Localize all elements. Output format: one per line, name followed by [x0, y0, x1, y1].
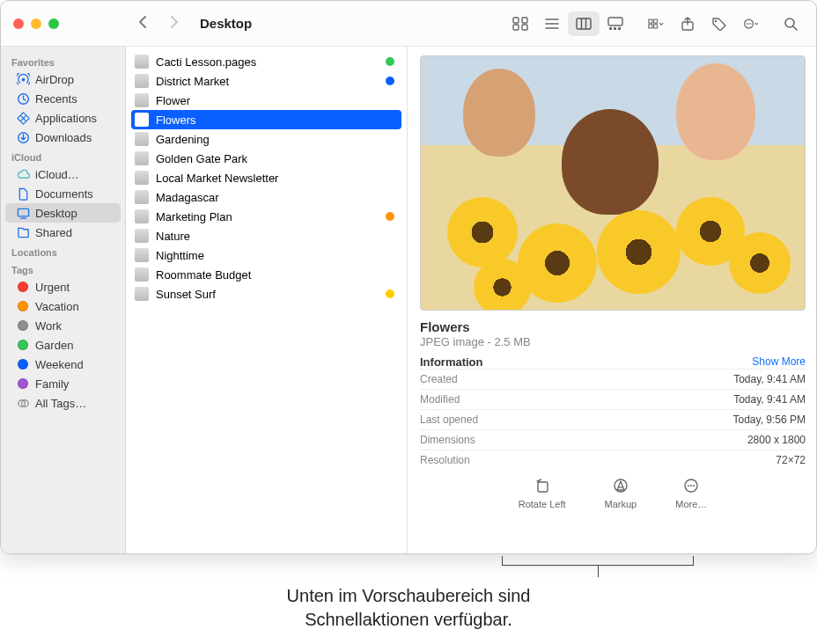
- file-row[interactable]: District Market: [131, 71, 401, 91]
- quick-action-label: Markup: [605, 499, 637, 509]
- svg-rect-23: [18, 209, 28, 216]
- sidebar-item[interactable]: Documents: [5, 184, 121, 203]
- info-value: 2800 x 1800: [747, 434, 806, 446]
- file-icon: [135, 93, 149, 107]
- svg-point-14: [715, 19, 717, 21]
- info-value: Today, 9:41 AM: [733, 393, 806, 406]
- sidebar-item-label: All Tags…: [35, 397, 86, 410]
- forward-button[interactable]: [166, 15, 180, 33]
- sidebar-item[interactable]: Family: [5, 374, 121, 393]
- minimize-button[interactable]: [31, 18, 41, 29]
- sidebar-item[interactable]: Weekend: [5, 355, 121, 374]
- info-row: ModifiedToday, 9:41 AM: [420, 389, 806, 409]
- tags-button[interactable]: [703, 11, 735, 36]
- sidebar-section-header: Favorites: [1, 52, 125, 70]
- file-row[interactable]: Cacti Lesson.pages: [131, 52, 401, 71]
- quick-action-rotate[interactable]: Rotate Left: [519, 477, 566, 509]
- sidebar-item[interactable]: Downloads: [5, 128, 121, 147]
- sidebar-item[interactable]: All Tags…: [5, 393, 121, 413]
- share-button[interactable]: [672, 11, 703, 36]
- shared-icon: [16, 225, 30, 239]
- file-row[interactable]: Flowers: [131, 110, 401, 129]
- file-row[interactable]: Roommate Budget: [131, 265, 401, 284]
- file-row[interactable]: Nature: [131, 226, 401, 245]
- file-row[interactable]: Flower: [131, 91, 401, 110]
- sidebar-item[interactable]: Shared: [5, 223, 121, 242]
- show-more-link[interactable]: Show More: [752, 355, 806, 369]
- preview-filename: Flowers: [420, 319, 806, 334]
- column-view-button[interactable]: [568, 11, 600, 36]
- file-name: Nighttime: [156, 249, 204, 262]
- tag-icon: [16, 299, 30, 313]
- file-name: Nature: [156, 230, 190, 243]
- svg-rect-1: [522, 18, 527, 23]
- search-button[interactable]: [776, 11, 807, 36]
- file-name: Madagascar: [156, 191, 219, 204]
- gallery-view-button[interactable]: [600, 11, 631, 36]
- sidebar-item[interactable]: Applications: [5, 108, 121, 128]
- info-key: Dimensions: [420, 434, 475, 446]
- sidebar-item[interactable]: Garden: [5, 335, 121, 355]
- list-view-button[interactable]: [536, 11, 568, 36]
- alltags-icon: [16, 396, 30, 410]
- svg-rect-6: [609, 27, 612, 30]
- info-row: Last openedToday, 9:56 PM: [420, 409, 806, 429]
- file-icon: [135, 248, 149, 262]
- sidebar: FavoritesAirDropRecentsApplicationsDownl…: [1, 47, 126, 553]
- file-icon: [135, 229, 149, 243]
- file-row[interactable]: Local Market Newsletter: [131, 168, 401, 187]
- info-row: Dimensions2800 x 1800: [420, 429, 806, 450]
- file-name: District Market: [156, 75, 229, 88]
- file-name: Cacti Lesson.pages: [156, 55, 256, 69]
- svg-rect-26: [538, 482, 548, 492]
- preview-thumbnail: [420, 55, 806, 311]
- sidebar-item-label: Desktop: [35, 207, 77, 220]
- svg-point-17: [748, 23, 750, 25]
- info-row: Resolution72×72: [420, 450, 806, 470]
- file-name: Local Market Newsletter: [156, 172, 278, 185]
- tag-icon: [16, 338, 30, 352]
- sidebar-item[interactable]: Desktop: [5, 203, 121, 223]
- file-row[interactable]: Golden Gate Park: [131, 149, 401, 168]
- sidebar-item[interactable]: Vacation: [5, 296, 121, 316]
- file-row[interactable]: Nighttime: [131, 245, 401, 265]
- preview-pane: Flowers JPEG image - 2.5 MB Information …: [408, 47, 816, 553]
- file-name: Roommate Budget: [156, 268, 251, 282]
- file-row[interactable]: Gardening: [131, 129, 401, 149]
- sidebar-item[interactable]: Recents: [5, 89, 121, 108]
- markup-icon: [612, 477, 629, 496]
- quick-action-markup[interactable]: Markup: [605, 477, 637, 509]
- sidebar-item-label: iCloud…: [35, 168, 79, 181]
- icon-view-button[interactable]: [504, 11, 536, 36]
- tag-icon: [16, 357, 30, 371]
- sidebar-item-label: AirDrop: [35, 73, 74, 86]
- zoom-button[interactable]: [48, 18, 59, 29]
- file-row[interactable]: Sunset Surf: [131, 284, 401, 304]
- sidebar-item-label: Garden: [35, 339, 73, 352]
- more-actions-button[interactable]: [735, 11, 767, 36]
- toolbar-actions: [640, 11, 776, 36]
- close-button[interactable]: [13, 18, 24, 29]
- svg-rect-9: [649, 19, 652, 23]
- info-header: Information Show More: [420, 355, 806, 369]
- group-by-button[interactable]: [640, 11, 672, 36]
- download-icon: [16, 130, 30, 144]
- file-list: Cacti Lesson.pagesDistrict MarketFlowerF…: [126, 47, 408, 553]
- file-row[interactable]: Madagascar: [131, 187, 401, 207]
- file-tag-dot: [386, 77, 394, 85]
- cloud-icon: [16, 167, 30, 181]
- sidebar-item[interactable]: Urgent: [5, 277, 121, 296]
- sidebar-item-label: Shared: [35, 226, 72, 239]
- info-header-label: Information: [420, 355, 483, 369]
- svg-point-18: [750, 23, 752, 25]
- quick-action-label: Rotate Left: [519, 499, 566, 509]
- file-row[interactable]: Marketing Plan: [131, 207, 401, 226]
- sidebar-item[interactable]: iCloud…: [5, 165, 121, 184]
- sidebar-item[interactable]: AirDrop: [5, 70, 121, 89]
- sidebar-item[interactable]: Work: [5, 316, 121, 335]
- back-button[interactable]: [136, 15, 151, 33]
- file-tag-dot: [386, 289, 394, 298]
- svg-rect-0: [513, 18, 519, 23]
- quick-action-more[interactable]: More…: [675, 477, 707, 509]
- annotation-caption: Unten im Vorschaubereich sindSchnellakti…: [0, 584, 817, 632]
